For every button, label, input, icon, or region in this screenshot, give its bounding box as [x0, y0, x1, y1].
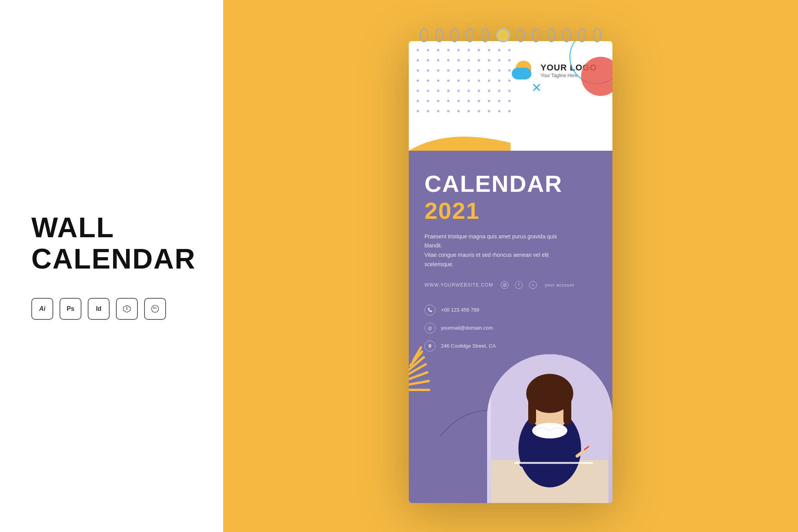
logo-shape-blue — [512, 68, 531, 79]
email-value: yourmail@domain.com — [441, 325, 493, 331]
girl-svg — [491, 354, 608, 503]
calendar-top-section: YOUR LOGO Your Tagline Here ✕ — [409, 41, 612, 151]
ai-icon: Ai — [31, 298, 53, 320]
yellow-wave — [409, 112, 511, 151]
svg-rect-14 — [563, 393, 571, 425]
ps-icon: Ps — [60, 298, 81, 320]
location-icon — [424, 341, 435, 352]
email-icon: @ — [424, 323, 435, 334]
spiral-loop — [435, 28, 444, 42]
spiral-loop — [466, 28, 474, 42]
main-title: WALL CALENDAR — [31, 212, 223, 274]
svg-point-7 — [506, 284, 506, 284]
contact-phone: +00 123 456 789 — [424, 305, 597, 316]
title-line2: CALENDAR — [31, 243, 196, 274]
corel-icon — [144, 298, 166, 320]
social-icons: f 𝕏 — [501, 281, 537, 289]
calendar-mockup: YOUR LOGO Your Tagline Here ✕ CALENDAR 2… — [409, 41, 612, 503]
spiral-loop — [532, 28, 540, 42]
dot-pattern — [417, 49, 515, 117]
twitter-icon: 𝕏 — [529, 281, 537, 289]
photo-area — [487, 354, 612, 503]
svg-point-3 — [152, 305, 159, 312]
website-url: WWW.YOURWEBSITE.COM — [424, 282, 493, 288]
spiral-loop — [420, 28, 428, 42]
svg-rect-18 — [515, 462, 593, 464]
spiral-binding — [417, 25, 605, 45]
spiral-loop — [450, 28, 459, 42]
spiral-loop — [562, 28, 571, 42]
x-mark-deco: ✕ — [531, 80, 542, 95]
spiral-loop — [481, 28, 489, 42]
pdf-icon — [116, 298, 138, 320]
yellow-dashes-deco — [409, 361, 430, 393]
svg-rect-5 — [503, 283, 506, 287]
svg-line-4 — [153, 307, 154, 308]
website-social-row: WWW.YOURWEBSITE.COM f 𝕏 your account — [424, 281, 597, 289]
spiral-loop — [547, 28, 556, 42]
title-line1: WALL — [31, 212, 114, 243]
calendar-description: Praesent tristique magna quis amet purus… — [424, 232, 565, 269]
left-panel: WALL CALENDAR Ai Ps Id — [0, 0, 223, 532]
phone-icon — [424, 305, 435, 316]
software-icons-row: Ai Ps Id — [31, 298, 223, 320]
logo-shapes — [512, 61, 535, 80]
calendar-title-text: CALENDAR — [424, 171, 563, 197]
facebook-icon: f — [515, 281, 523, 289]
contact-info: +00 123 456 789 @ yourmail@domain.com 24… — [424, 305, 597, 352]
calendar-title: CALENDAR 2021 — [424, 170, 597, 224]
social-account-label: your account — [545, 283, 574, 287]
id-icon: Id — [88, 298, 110, 320]
contact-email: @ yourmail@domain.com — [424, 323, 597, 334]
spiral-loop — [593, 28, 601, 42]
contact-address: 246 Coolidge Street, CA — [424, 341, 597, 352]
spiral-center — [496, 28, 510, 42]
svg-rect-13 — [528, 393, 536, 425]
girl-photo — [487, 354, 612, 503]
calendar-bottom-section: CALENDAR 2021 Praesent tristique magna q… — [409, 151, 612, 503]
address-value: 246 Coolidge Street, CA — [441, 343, 496, 349]
right-panel: YOUR LOGO Your Tagline Here ✕ CALENDAR 2… — [223, 0, 798, 532]
phone-value: +00 123 456 789 — [441, 307, 479, 313]
spiral-loop — [516, 28, 525, 42]
svg-point-2 — [126, 307, 127, 307]
calendar-year: 2021 — [424, 198, 480, 224]
svg-point-6 — [504, 284, 506, 286]
instagram-icon — [501, 281, 509, 289]
spiral-loop — [578, 28, 586, 42]
